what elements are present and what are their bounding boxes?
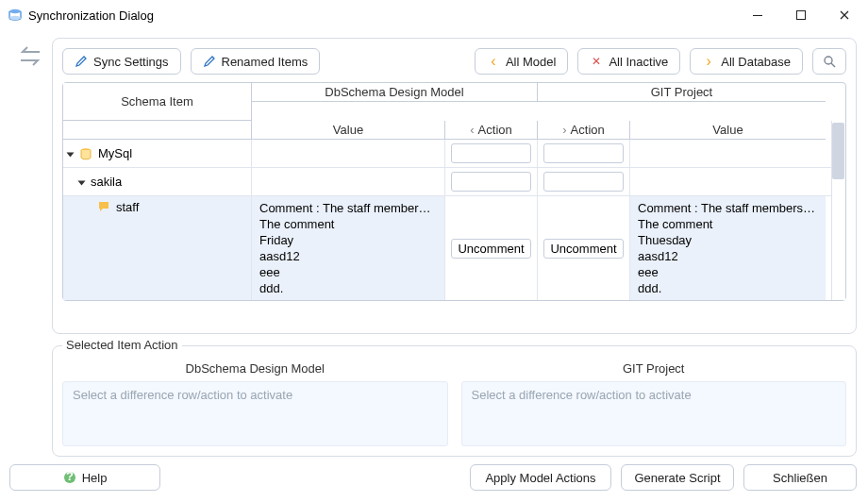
all-model-label: All Model [506,55,556,69]
selected-right-placeholder: Select a difference row/action to activa… [461,381,847,446]
selected-left-title: DbSchema Design Model [62,361,448,376]
window-close-button[interactable] [823,0,866,30]
action-placeholder-button[interactable] [543,143,624,163]
help-label: Help [82,471,108,485]
action-placeholder-button[interactable] [451,143,531,163]
sync-settings-button[interactable]: Sync Settings [62,48,181,75]
rename-pencil-icon [203,55,216,68]
renamed-items-label: Renamed Items [222,55,309,69]
tree-cell[interactable]: sakila [63,168,252,195]
selected-item-action-legend: Selected Item Action [62,338,182,352]
window-titlebar: Synchronization Dialog [0,0,868,30]
dialog-footer: ? Help Apply Model Actions Generate Scri… [9,464,857,494]
sync-arrows-icon [16,44,44,73]
action-placeholder-button[interactable] [543,172,624,192]
svg-point-0 [9,9,21,13]
content-area: Sync Settings Renamed Items All Model ✕ … [0,30,868,502]
all-model-button[interactable]: All Model [475,48,568,75]
window-title: Synchronization Dialog [28,8,736,23]
generate-script-button[interactable]: Generate Script [621,464,734,491]
grid-header-group-row: Schema Item DbSchema Design Model GIT Pr… [63,83,845,121]
search-button[interactable] [812,48,846,75]
uncomment-right-button[interactable]: Uncomment [543,239,624,259]
chevron-right-icon [702,55,715,68]
chevron-left-sort-icon [470,123,477,137]
col-header-schema-item[interactable]: Schema Item [63,83,252,121]
selected-item-action-panel: Selected Item Action DbSchema Design Mod… [52,345,857,457]
vertical-scrollbar[interactable] [831,121,845,300]
col-header-left-value[interactable]: Value [252,121,445,140]
help-icon: ? [63,471,76,484]
all-database-label: All Database [721,55,791,69]
selected-left-col: DbSchema Design Model Select a differenc… [62,361,448,446]
pencil-icon [75,55,88,68]
svg-point-2 [825,57,832,64]
left-value-cell: Comment : The staff members are l... The… [252,196,445,300]
selected-left-placeholder: Select a difference row/action to activa… [62,381,448,446]
all-inactive-label: All Inactive [609,55,668,69]
grid-body[interactable]: MySql sakila [63,140,845,300]
design-model-label: DbSchema Design Model [325,85,463,99]
comment-icon [97,200,110,213]
col-header-git-project[interactable]: GIT Project [538,83,826,102]
close-button[interactable]: Schließen [743,464,857,491]
tree-expand-icon[interactable] [78,180,86,185]
chevron-left-icon [487,55,500,68]
sync-toolbar: Sync Settings Renamed Items All Model ✕ … [62,48,846,75]
action-placeholder-button[interactable] [451,172,531,192]
git-project-label: GIT Project [651,85,713,99]
chevron-right-sort-icon [562,123,570,137]
window-minimize-button[interactable] [736,0,779,30]
tree-cell[interactable]: staff [63,196,252,300]
row-label: sakila [91,175,122,189]
svg-text:?: ? [66,471,74,483]
row-label: staff [116,200,139,214]
table-row[interactable]: staff Comment : The staff members are l.… [63,196,845,300]
selected-right-title: GIT Project [461,361,847,376]
help-button[interactable]: ? Help [9,464,160,491]
row-label: MySql [98,146,132,160]
scroll-thumb[interactable] [832,123,844,179]
selected-right-col: GIT Project Select a difference row/acti… [461,361,847,446]
col-header-left-action[interactable]: Action [445,121,538,140]
renamed-items-button[interactable]: Renamed Items [191,48,321,75]
search-icon [823,55,836,68]
diff-grid: Schema Item DbSchema Design Model GIT Pr… [62,82,846,301]
col-header-design-model[interactable]: DbSchema Design Model [252,83,538,102]
window-controls [736,0,866,30]
database-icon [79,147,92,160]
all-inactive-button[interactable]: ✕ All Inactive [577,48,680,75]
tree-expand-icon[interactable] [67,152,75,157]
table-row[interactable]: MySql [63,140,845,168]
sync-settings-label: Sync Settings [93,55,169,69]
apply-model-actions-button[interactable]: Apply Model Actions [470,464,611,491]
tree-cell[interactable]: MySql [63,140,252,167]
col-header-right-action[interactable]: Action [538,121,630,140]
window-maximize-button[interactable] [779,0,823,30]
uncomment-left-button[interactable]: Uncomment [451,239,531,259]
app-icon [8,8,23,23]
sync-panel: Sync Settings Renamed Items All Model ✕ … [52,38,857,334]
svg-point-1 [9,16,21,20]
schema-item-label: Schema Item [121,94,193,109]
table-row[interactable]: sakila [63,168,845,196]
grid-header-sub-row: Value Action Action Value [63,121,845,140]
right-value-cell: Comment : The staff members are l... The… [630,196,826,300]
col-header-right-value[interactable]: Value [630,121,826,140]
x-icon: ✕ [590,55,603,68]
all-database-button[interactable]: All Database [690,48,803,75]
